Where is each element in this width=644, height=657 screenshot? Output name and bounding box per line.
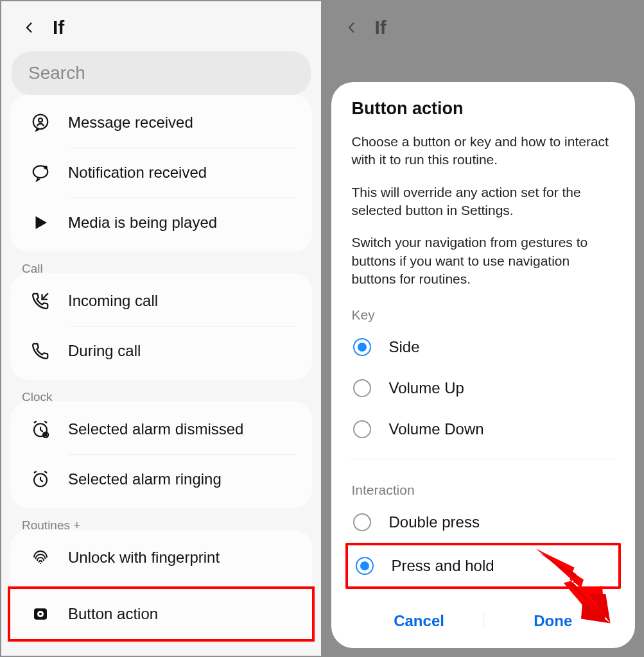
search-input[interactable]: Search [12,51,311,95]
back-icon [345,19,358,37]
bottom-sheet: Button action Choose a button or key and… [331,82,636,648]
condition-label: Incoming call [68,292,158,310]
radio-key-volume-down[interactable]: Volume Down [349,409,618,450]
condition-group-call: Incoming call During call [10,273,312,380]
radio-label: Side [389,338,420,356]
chat-bubble-icon [30,162,51,183]
condition-label: During call [68,342,141,360]
radio-icon [353,513,371,531]
back-icon[interactable] [23,19,36,37]
svg-point-3 [44,166,48,169]
radio-icon [353,420,371,438]
condition-media-playing[interactable]: Media is being played [10,198,312,248]
condition-label: Media is being played [68,214,217,232]
condition-label: Selected alarm ringing [68,470,222,488]
play-icon [30,212,51,234]
highlight-button-action: Button action [8,586,315,642]
svg-line-17 [44,472,47,474]
radio-interaction-press-hold[interactable]: Press and hold [345,543,622,589]
condition-label: Unlock with fingerprint [68,549,220,567]
sheet-title: Button action [349,99,618,119]
condition-alarm-dismissed[interactable]: Selected alarm dismissed [10,404,312,454]
condition-label: Button action [68,605,158,623]
condition-during-call[interactable]: During call [10,326,312,376]
svg-line-4 [42,294,48,300]
fingerprint-icon [30,547,51,568]
condition-notification-received[interactable]: Notification received [10,148,312,198]
phone-incoming-icon [30,290,51,312]
svg-point-20 [39,613,42,615]
sheet-description-1: Choose a button or key and how to intera… [349,133,618,169]
cancel-button[interactable]: Cancel [394,612,444,630]
svg-line-8 [34,422,37,423]
svg-line-16 [34,472,37,474]
condition-group-events: Message received Notification received M… [10,95,312,252]
condition-unlock-fingerprint[interactable]: Unlock with fingerprint [10,533,312,583]
sheet-description-3: Switch your navigation from gestures to … [349,234,618,288]
radio-icon [353,338,371,356]
phone-icon [30,340,51,362]
chat-user-icon [30,112,51,133]
condition-incoming-call[interactable]: Incoming call [10,276,312,326]
radio-label: Volume Down [389,420,484,438]
condition-group-clock: Selected alarm dismissed Selected alarm … [10,402,312,508]
radio-key-volume-up[interactable]: Volume Up [349,368,618,409]
svg-point-1 [39,118,42,122]
page-title: If [53,17,64,38]
radio-key-side[interactable]: Side [349,327,618,368]
divider [349,459,618,459]
radio-icon [356,557,374,575]
section-label-interaction: Interaction [349,482,618,498]
condition-message-received[interactable]: Message received [10,98,312,148]
alarm-off-icon [30,418,51,440]
condition-alarm-ringing[interactable]: Selected alarm ringing [10,454,312,504]
section-label-key: Key [349,307,618,323]
radio-label: Volume Up [389,379,464,397]
sheet-description-2: This will override any action set for th… [349,183,618,220]
button-gear-icon [30,603,51,625]
sheet-actions: Cancel Done [349,598,618,636]
condition-label: Notification received [68,164,207,182]
svg-line-9 [44,422,47,423]
done-button[interactable]: Done [534,612,572,630]
alarm-icon [30,468,51,490]
screen-if-conditions: If Search Message received Notification … [0,0,322,657]
app-header: If [1,1,321,51]
svg-line-7 [40,430,43,432]
radio-icon [353,379,371,397]
condition-button-action[interactable]: Button action [10,589,312,639]
screen-button-action-sheet: If Button action Choose a button or key … [322,0,645,657]
page-title: If [375,17,387,38]
app-header-dimmed: If [324,1,643,51]
svg-line-15 [40,480,43,482]
radio-label: Double press [389,513,480,531]
radio-label: Press and hold [392,557,494,575]
condition-group-routines: Unlock with fingerprint Button action [10,530,312,642]
condition-label: Selected alarm dismissed [68,420,243,438]
radio-interaction-double-press[interactable]: Double press [349,502,618,543]
search-placeholder: Search [28,63,85,83]
condition-label: Message received [68,114,193,132]
